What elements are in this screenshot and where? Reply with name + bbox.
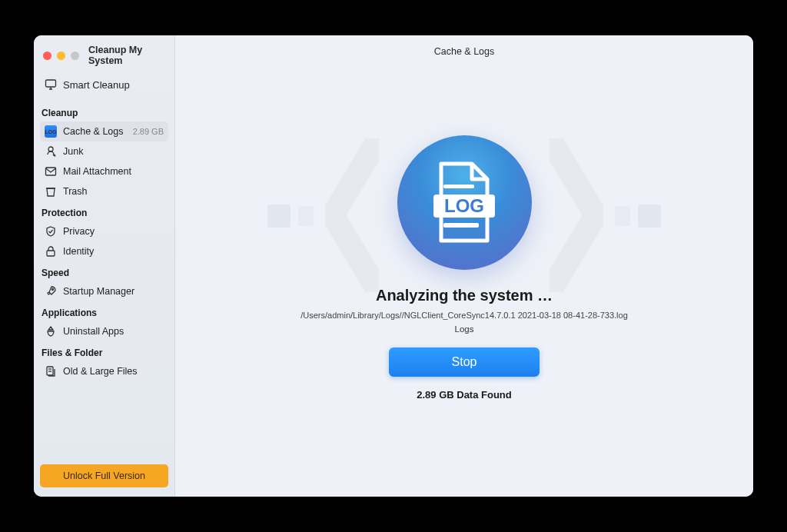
sidebar-item-privacy[interactable]: Privacy (40, 221, 168, 241)
app-window: Cleanup My System Smart Cleanup Cleanup … (34, 35, 753, 497)
trash-icon (45, 185, 57, 198)
lock-icon (45, 245, 57, 258)
window-controls (43, 52, 79, 60)
sidebar-item-label: Startup Manager (63, 286, 164, 297)
svg-point-6 (52, 289, 54, 291)
svg-rect-4 (46, 168, 56, 175)
unlock-full-version-button[interactable]: Unlock Full Version (40, 464, 168, 487)
sidebar-item-badge: 2.89 GB (133, 127, 164, 136)
data-found-label: 2.89 GB Data Found (270, 389, 659, 401)
monitor-icon (45, 78, 57, 91)
apps-icon (45, 325, 57, 337)
sidebar-item-identity[interactable]: Identity (40, 241, 168, 261)
section-header-applications: Applications (42, 308, 167, 318)
sidebar-item-old-large[interactable]: Old & Large Files (40, 361, 168, 381)
svg-rect-13 (443, 223, 479, 228)
svg-rect-5 (47, 251, 55, 256)
sidebar-item-label: Junk (63, 146, 164, 157)
sidebar-item-label: Uninstall Apps (63, 326, 164, 337)
sidebar-item-label: Mail Attachment (63, 166, 164, 177)
rocket-icon (45, 285, 57, 298)
junk-icon (45, 145, 57, 158)
sidebar-item-uninstall[interactable]: Uninstall Apps (40, 321, 168, 341)
sidebar-item-label: Privacy (63, 226, 164, 237)
sidebar-item-label: Identity (63, 246, 164, 257)
svg-point-3 (48, 147, 53, 151)
titlebar: Cleanup My System (40, 42, 168, 74)
sidebar-item-label: Cache & Logs (63, 126, 127, 137)
section-header-cleanup: Cleanup (42, 108, 167, 118)
sidebar-item-label: Trash (63, 186, 164, 197)
section-header-speed: Speed (42, 268, 167, 278)
main-panel: Cache & Logs LOG (175, 35, 753, 497)
mail-icon (45, 165, 57, 178)
zoom-dot[interactable] (71, 52, 79, 60)
close-dot[interactable] (43, 52, 51, 60)
status-title: Analyzing the system … (270, 287, 659, 304)
page-title: Cache & Logs (175, 35, 753, 62)
decoration (638, 204, 661, 228)
files-icon (45, 365, 57, 377)
log-icon: LOG (45, 125, 57, 138)
sidebar-item-smart-cleanup[interactable]: Smart Cleanup (40, 74, 168, 95)
svg-text:LOG: LOG (444, 195, 484, 216)
minimize-dot[interactable] (57, 52, 65, 60)
svg-rect-10 (443, 185, 474, 188)
decoration (267, 204, 291, 228)
section-header-files: Files & Folder (42, 347, 167, 358)
sidebar-item-mail[interactable]: Mail Attachment (40, 161, 168, 181)
stop-button[interactable]: Stop (389, 347, 540, 377)
log-file-icon: LOG (430, 160, 499, 244)
decoration (550, 138, 603, 292)
sidebar-item-junk[interactable]: Junk (40, 141, 168, 161)
decoration (325, 138, 379, 292)
sidebar-item-label: Old & Large Files (63, 366, 164, 377)
sidebar: Cleanup My System Smart Cleanup Cleanup … (34, 35, 175, 497)
status-block: Analyzing the system … /Users/admin/Libr… (270, 287, 659, 414)
section-header-protection: Protection (42, 208, 167, 218)
svg-rect-0 (46, 80, 56, 87)
sidebar-item-trash[interactable]: Trash (40, 181, 168, 201)
hero-circle: LOG (397, 135, 532, 270)
status-sub: Logs (270, 324, 659, 334)
sidebar-item-cache-logs[interactable]: LOG Cache & Logs 2.89 GB (40, 121, 168, 141)
sidebar-item-startup[interactable]: Startup Manager (40, 281, 168, 301)
smart-cleanup-label: Smart Cleanup (63, 79, 130, 91)
app-title: Cleanup My System (88, 45, 167, 66)
decoration (298, 206, 314, 226)
hero: LOG Analyzing the system … /Users/admin/… (175, 62, 753, 497)
decoration (615, 206, 630, 226)
status-path: /Users/admin/Library/Logs//NGLClient_Cor… (270, 311, 659, 320)
shield-icon (45, 225, 57, 238)
